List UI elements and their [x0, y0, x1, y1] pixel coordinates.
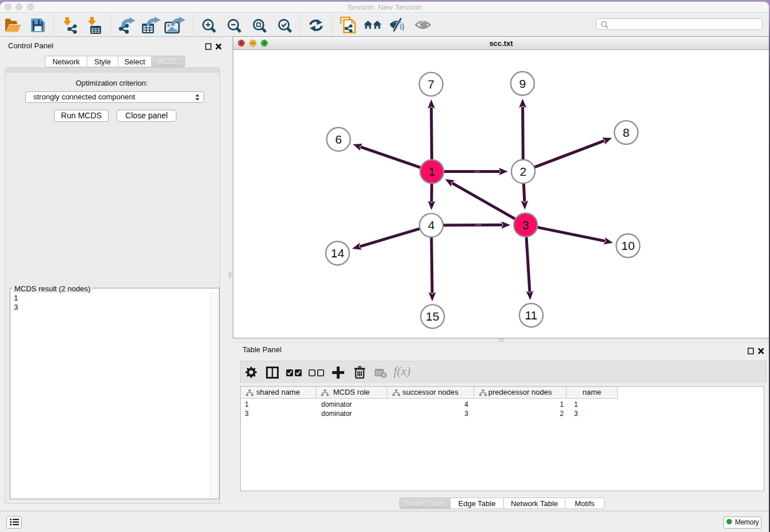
svg-text:2: 2	[520, 165, 527, 178]
svg-text:6: 6	[335, 133, 342, 146]
svg-text:4: 4	[428, 218, 435, 232]
svg-text:8: 8	[623, 126, 630, 139]
svg-text:10: 10	[621, 239, 634, 252]
svg-text:15: 15	[426, 310, 439, 323]
svg-text:7: 7	[428, 78, 434, 91]
svg-text:9: 9	[519, 77, 526, 90]
svg-text:11: 11	[525, 309, 537, 322]
svg-text:14: 14	[331, 246, 345, 260]
svg-text:3: 3	[522, 218, 529, 232]
svg-text:1: 1	[429, 165, 436, 178]
